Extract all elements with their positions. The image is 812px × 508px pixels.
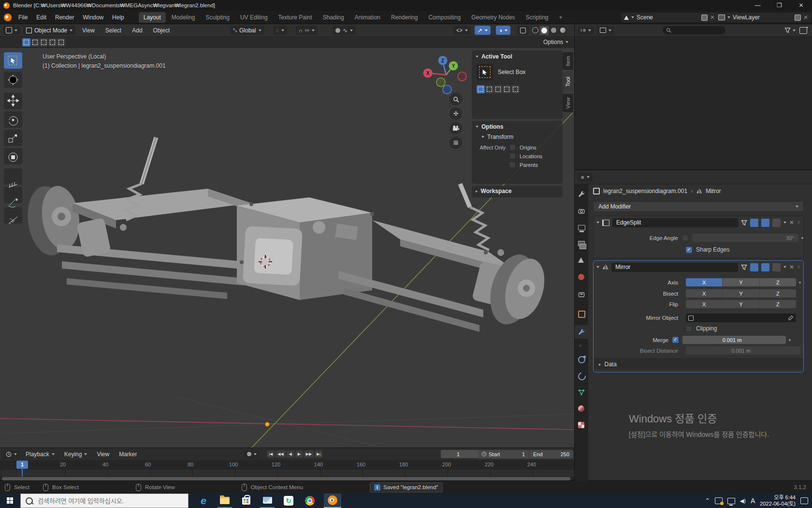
tab-layout[interactable]: Layout (139, 12, 166, 23)
menu-help[interactable]: Help (108, 13, 128, 22)
tool-cursor[interactable] (4, 72, 22, 88)
pivot-point-selector[interactable]: ◌ (273, 26, 287, 35)
origins-checkbox[interactable] (509, 144, 516, 150)
tab-object-properties[interactable] (578, 311, 585, 318)
proportional-editing-toggle[interactable]: ∿ (333, 26, 356, 35)
options-panel-header[interactable]: Options (481, 123, 503, 130)
menu-file[interactable]: File (14, 13, 31, 22)
tray-volume-icon[interactable]: ◀) (740, 498, 746, 504)
tab-sculpting[interactable]: Sculpting (201, 12, 234, 23)
breadcrumb-object-name[interactable]: legran2_suspensiondiagram.001 (603, 188, 687, 194)
playhead[interactable]: 1 (16, 461, 28, 469)
tab-scene-properties[interactable] (578, 257, 584, 263)
tab-collection-properties[interactable] (578, 291, 585, 298)
jump-to-end-button[interactable]: ▶| (315, 450, 322, 458)
viewport-menu-view[interactable]: View (78, 26, 99, 35)
taskbar-app-edge[interactable]: e (196, 495, 211, 507)
add-workspace-button[interactable]: + (554, 12, 567, 23)
taskbar-app-sync[interactable]: ↻ (281, 496, 296, 506)
edgesplit-drag-handle[interactable]: ⠿ (797, 221, 800, 225)
vertex-group-filter-icon[interactable] (741, 264, 747, 270)
data-subpanel-header[interactable]: ▸ Data (594, 359, 803, 369)
new-scene-icon[interactable] (701, 15, 708, 21)
menu-window[interactable]: Window (79, 13, 107, 22)
merge-threshold-slider[interactable]: 0.001 m (682, 336, 786, 344)
viewport-options-button[interactable]: Options (540, 38, 571, 46)
locations-checkbox[interactable] (509, 153, 516, 159)
flip-x-button[interactable]: X (686, 300, 723, 308)
pin-id-icon[interactable]: ⊙ (710, 188, 715, 194)
timeline-scrollbar[interactable] (2, 477, 570, 480)
search-input[interactable] (37, 497, 179, 505)
flip-z-button[interactable]: Z (760, 300, 796, 308)
menu-edit[interactable]: Edit (32, 13, 50, 22)
edgesplit-delete-button[interactable]: ✕ (789, 219, 794, 226)
edgesplit-realtime-toggle[interactable] (761, 219, 769, 227)
menu-render[interactable]: Render (51, 13, 78, 22)
tab-texture-paint[interactable]: Texture Paint (274, 12, 317, 23)
tab-constraint-properties[interactable] (578, 373, 586, 380)
mirror-drag-handle[interactable]: ⠿ (797, 265, 800, 269)
tool-measure[interactable] (4, 187, 22, 203)
select-mode-subtract-button[interactable] (40, 38, 48, 46)
axis-x-button[interactable]: X (686, 278, 723, 286)
select-mode-new-button[interactable] (22, 38, 30, 46)
transform-orientation-selector[interactable]: ⤡ Global (230, 26, 264, 35)
sidebar-tab-tool[interactable]: Tool (563, 73, 573, 91)
edgesplit-render-toggle[interactable] (772, 219, 781, 227)
tab-modifier-properties[interactable] (575, 325, 588, 339)
taskbar-app-chrome[interactable] (303, 496, 317, 506)
tool-move[interactable] (4, 93, 22, 109)
tab-viewlayer-properties[interactable] (578, 241, 586, 249)
merge-animate-dot[interactable] (789, 339, 791, 341)
mirror-render-toggle[interactable] (772, 263, 781, 271)
outliner-display-mode-button[interactable] (597, 26, 614, 35)
select-mode-invert-button[interactable] (48, 38, 57, 46)
transform-subheader[interactable]: Transform (487, 134, 513, 140)
tool-transform[interactable] (4, 148, 22, 164)
gizmos-toggle[interactable]: ↗ (475, 26, 491, 35)
viewport-menu-add[interactable]: Add (128, 26, 146, 35)
tab-uv-editing[interactable]: UV Editing (235, 12, 273, 23)
mirror-object-field[interactable] (686, 314, 796, 322)
outliner-search-box[interactable] (663, 26, 725, 34)
properties-editor-type-button[interactable]: ≑ (578, 173, 593, 182)
tab-animation[interactable]: Animation (350, 12, 385, 23)
eyedropper-icon[interactable] (788, 315, 794, 321)
tab-world-properties[interactable] (578, 274, 584, 280)
snap-toggle[interactable]: ∩⊦⊦ (296, 26, 318, 35)
mode-selector[interactable]: Object Mode (23, 26, 75, 35)
edgesplit-editmode-toggle[interactable] (750, 219, 758, 227)
blender-menu-icon[interactable] (4, 14, 12, 21)
new-viewlayer-icon[interactable] (795, 15, 801, 21)
mirror-realtime-toggle[interactable] (761, 263, 769, 271)
zoom-button[interactable] (450, 93, 462, 105)
outliner-search-input[interactable] (674, 27, 719, 34)
tab-tool-properties[interactable] (578, 191, 585, 197)
tab-texture-properties[interactable] (578, 422, 584, 428)
taskbar-app-mail[interactable] (260, 493, 275, 508)
report-message-chip[interactable]: i Saved "legran2.blend" (370, 482, 443, 493)
taskbar-app-blender[interactable] (324, 493, 341, 508)
sidebar-select-mode-intersect[interactable] (511, 85, 520, 93)
tab-data-properties[interactable] (578, 389, 585, 396)
edgesplit-extras-menu[interactable] (783, 222, 786, 224)
sidebar-select-mode-new[interactable] (477, 85, 485, 93)
auto-key-button[interactable] (244, 450, 260, 459)
timeline-menu-view[interactable]: View (93, 449, 113, 459)
outliner-filter-button[interactable] (784, 27, 796, 33)
axis-animate-dot[interactable] (799, 282, 801, 284)
pan-button[interactable]: ✣ (450, 107, 462, 120)
sidebar-select-mode-subtract[interactable] (494, 85, 502, 93)
bisect-distance-slider[interactable]: 0.001 m (686, 346, 800, 355)
select-mode-intersect-button[interactable] (57, 38, 65, 46)
tab-shading[interactable]: Shading (318, 12, 349, 23)
vertex-group-filter-icon[interactable] (741, 220, 747, 226)
unlink-scene-icon[interactable]: ✕ (710, 14, 715, 21)
viewport-menu-object[interactable]: Object (149, 26, 174, 35)
axis-z-button[interactable]: Z (760, 278, 796, 286)
tab-physics-properties[interactable] (578, 356, 585, 363)
bisect-x-button[interactable]: X (686, 289, 723, 298)
tool-rotate[interactable] (4, 111, 22, 128)
tab-compositing[interactable]: Compositing (423, 12, 465, 23)
